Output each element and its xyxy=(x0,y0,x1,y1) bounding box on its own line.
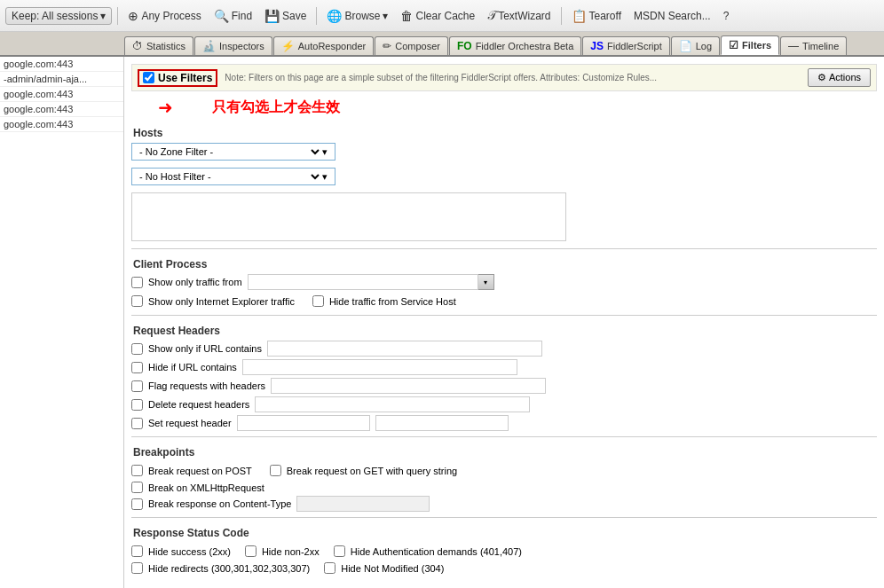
zone-filter-select[interactable]: - No Zone Filter - ▾ xyxy=(131,143,335,161)
zone-filter-row: - No Zone Filter - ▾ xyxy=(131,143,877,164)
fiddlerscript-icon: JS xyxy=(590,40,604,52)
set-header-name-input[interactable] xyxy=(237,415,370,431)
hide-redirects-checkbox[interactable] xyxy=(131,562,143,574)
set-header-checkbox[interactable] xyxy=(131,418,143,429)
browse-chevron-icon: ▾ xyxy=(383,10,388,22)
clear-cache-button[interactable]: 🗑 Clear Cache xyxy=(396,7,479,25)
hide-service-host-label: Hide traffic from Service Host xyxy=(329,296,456,307)
save-button[interactable]: 💾 Save xyxy=(260,7,311,25)
delete-headers-input[interactable] xyxy=(255,396,530,412)
tearoff-button[interactable]: 📋 Tearoff xyxy=(567,7,626,25)
hide-not-modified-checkbox[interactable] xyxy=(324,562,335,574)
help-label: ? xyxy=(723,10,730,22)
sessions-panel: google.com:443 -admin/admin-aja... googl… xyxy=(0,57,124,588)
msdn-search-button[interactable]: MSDN Search... xyxy=(629,8,715,24)
clear-cache-label: Clear Cache xyxy=(415,10,475,22)
tab-log[interactable]: 📄 Log xyxy=(671,36,720,55)
tab-statistics[interactable]: ⏱ Statistics xyxy=(124,36,193,55)
filters-content: Use Filters Note: Filters on this page a… xyxy=(124,57,884,588)
composer-icon: ✏ xyxy=(383,40,391,52)
any-process-button[interactable]: ⊕ Any Process xyxy=(123,7,205,25)
set-header-value-input[interactable] xyxy=(375,415,509,431)
hide-success-label: Hide success (2xx) xyxy=(148,546,231,557)
breakpoints-section: Breakpoints Break request on POST Break … xyxy=(131,446,877,512)
inspectors-icon: 🔬 xyxy=(202,40,216,52)
chinese-annotation: 只有勾选上才会生效 xyxy=(212,98,340,117)
host-filter-select[interactable]: - No Host Filter - ▾ xyxy=(131,168,335,185)
tab-composer[interactable]: ✏ Composer xyxy=(375,36,448,55)
tab-fiddlerscript[interactable]: JS FiddlerScript xyxy=(582,36,669,55)
hide-redirects-label: Hide redirects (300,301,302,303,307) xyxy=(148,563,310,574)
use-filters-row: Use Filters Note: Filters on this page a… xyxy=(131,64,877,91)
request-headers-section: Request Headers Show only if URL contain… xyxy=(131,325,877,431)
separator-1 xyxy=(117,7,118,25)
break-get-checkbox[interactable] xyxy=(270,465,281,476)
save-icon: 💾 xyxy=(264,9,280,23)
hide-service-host-checkbox[interactable] xyxy=(312,295,324,307)
hide-if-url-checkbox[interactable] xyxy=(131,362,143,373)
host-filter-dropdown[interactable]: - No Host Filter - xyxy=(136,170,322,183)
hide-not-modified-label: Hide Not Modified (304) xyxy=(341,563,444,574)
flag-headers-checkbox[interactable] xyxy=(131,380,143,392)
tab-filters[interactable]: ☑ Filters xyxy=(721,35,779,55)
break-xml-checkbox[interactable] xyxy=(131,482,143,493)
browse-icon: 🌐 xyxy=(327,9,342,23)
use-filters-checkbox[interactable] xyxy=(143,72,154,83)
break-content-type-input[interactable] xyxy=(296,496,430,512)
hide-auth-label: Hide Authentication demands (401,407) xyxy=(351,546,522,557)
keep-sessions-dropdown[interactable]: Keep: All sessions ▾ xyxy=(5,7,112,25)
hide-non2xx-row: Hide non-2xx xyxy=(245,545,320,557)
hide-if-url-input[interactable] xyxy=(242,359,517,375)
tab-composer-label: Composer xyxy=(395,41,440,51)
show-ie-traffic-label: Show only Internet Explorer traffic xyxy=(148,296,295,307)
traffic-from-combo[interactable]: ▾ xyxy=(248,274,494,290)
break-get-row: Break request on GET with query string xyxy=(270,465,457,476)
show-if-url-checkbox[interactable] xyxy=(131,343,143,355)
hosts-section: Hosts - No Zone Filter - ▾ - No Host Fil… xyxy=(131,127,877,241)
tab-timeline[interactable]: — Timeline xyxy=(780,36,847,55)
show-ie-traffic-checkbox[interactable] xyxy=(131,295,143,307)
browse-button[interactable]: 🌐 Browse ▾ xyxy=(322,7,392,25)
breakpoints-header: Breakpoints xyxy=(131,446,877,459)
help-button[interactable]: ? xyxy=(719,8,734,24)
hide-non2xx-checkbox[interactable] xyxy=(245,545,257,557)
session-item[interactable]: google.com:443 xyxy=(0,117,123,132)
delete-headers-checkbox[interactable] xyxy=(131,399,143,411)
save-label: Save xyxy=(282,10,306,22)
break-content-type-checkbox[interactable] xyxy=(131,498,143,510)
tab-statistics-label: Statistics xyxy=(146,41,185,51)
keep-sessions-label: Keep: All sessions xyxy=(12,10,98,22)
tab-filters-label: Filters xyxy=(742,40,771,51)
timeline-icon: — xyxy=(788,40,799,52)
session-item[interactable]: google.com:443 xyxy=(0,87,123,102)
hide-auth-checkbox[interactable] xyxy=(334,545,345,557)
hosts-header: Hosts xyxy=(131,127,877,139)
show-only-traffic-checkbox[interactable] xyxy=(131,277,143,288)
tab-inspectors[interactable]: 🔬 Inspectors xyxy=(194,36,272,55)
hide-auth-row: Hide Authentication demands (401,407) xyxy=(334,545,522,557)
tab-fiddler-orchestra[interactable]: FO Fiddler Orchestra Beta xyxy=(449,36,581,55)
traffic-from-dropdown-btn[interactable]: ▾ xyxy=(478,274,494,290)
flag-headers-input[interactable] xyxy=(271,378,546,394)
flag-headers-label: Flag requests with headers xyxy=(148,380,265,391)
break-get-label: Break request on GET with query string xyxy=(287,466,457,476)
tab-autoresponder[interactable]: ⚡ AutoResponder xyxy=(273,36,374,55)
textwizard-button[interactable]: 𝒯 TextWizard xyxy=(483,6,555,25)
session-item[interactable]: google.com:443 xyxy=(0,57,123,72)
use-filters-label[interactable]: Use Filters xyxy=(138,69,217,87)
zone-filter-dropdown[interactable]: - No Zone Filter - xyxy=(136,145,322,158)
break-post-checkbox[interactable] xyxy=(131,465,143,476)
hide-redirects-row: Hide redirects (300,301,302,303,307) xyxy=(131,562,310,574)
session-item[interactable]: -admin/admin-aja... xyxy=(0,72,123,87)
hide-success-checkbox[interactable] xyxy=(131,545,143,557)
session-item[interactable]: google.com:443 xyxy=(0,102,123,117)
traffic-from-input[interactable] xyxy=(248,274,478,290)
hosts-textarea[interactable] xyxy=(131,192,566,241)
actions-button[interactable]: ⚙ Actions xyxy=(808,68,871,87)
find-button[interactable]: 🔍 Find xyxy=(209,7,257,25)
set-header-row: Set request header xyxy=(131,415,877,431)
break-post-label: Break request on POST xyxy=(148,466,252,476)
log-icon: 📄 xyxy=(679,40,692,52)
show-if-url-input[interactable] xyxy=(267,341,542,357)
show-if-url-label: Show only if URL contains xyxy=(148,343,262,354)
